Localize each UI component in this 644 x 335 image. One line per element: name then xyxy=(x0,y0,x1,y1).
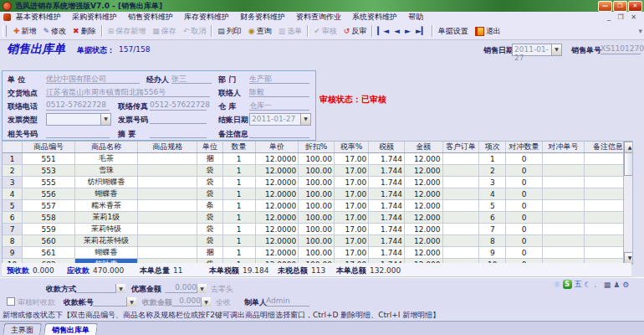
sale-no-field[interactable]: XS110127001 xyxy=(601,44,641,54)
mdi-window-buttons[interactable]: _ ❐ ✕ xyxy=(607,13,639,21)
total-label[interactable]: 预收款 xyxy=(7,266,29,275)
cell-name[interactable]: 蝴蝶香 xyxy=(74,188,137,200)
wubi-icon[interactable]: 五 xyxy=(575,279,582,290)
cell-customer_order[interactable] xyxy=(442,200,479,212)
cell-offset_qty[interactable]: 0 xyxy=(506,200,543,212)
row-number-cell[interactable]: 6 xyxy=(3,212,23,224)
menu-item[interactable]: 资料查询作业 xyxy=(296,12,341,23)
cell-price[interactable]: 12.0000 xyxy=(255,200,299,212)
cell-customer_order[interactable] xyxy=(442,235,479,247)
cell-offset_no[interactable] xyxy=(543,224,585,235)
cell-qty[interactable]: 1 xyxy=(222,200,255,212)
查询-button[interactable]: ◉查询 xyxy=(245,25,275,38)
ref-no-field[interactable] xyxy=(46,128,110,138)
cell-amount[interactable]: 12.000 xyxy=(404,188,442,200)
wrench-icon[interactable]: ⚙ xyxy=(622,281,629,289)
agent-field[interactable]: 张三 xyxy=(171,74,212,84)
nav-last-button[interactable]: ►▎ xyxy=(413,27,430,36)
cell-tax[interactable]: 1.744 xyxy=(369,153,405,165)
cell-customer_order[interactable] xyxy=(442,212,479,224)
maximize-button[interactable]: ❐ xyxy=(613,1,627,12)
cell-customer_order[interactable] xyxy=(442,165,479,177)
列印-button[interactable]: ▤列印 xyxy=(214,25,245,38)
person-icon[interactable]: ♟ xyxy=(613,281,620,289)
cell-code[interactable]: 559 xyxy=(23,224,75,235)
cell-qty[interactable]: 1 xyxy=(222,177,255,188)
menu-item[interactable]: 基本资料维护 xyxy=(16,12,61,23)
cell-amount[interactable]: 12.000 xyxy=(404,165,442,177)
cell-amount[interactable]: 12.000 xyxy=(404,200,442,212)
cell-amount[interactable]: 12.000 xyxy=(404,212,442,224)
unit-field[interactable]: 优比中国有限公司 xyxy=(46,74,140,84)
cell-customer_order[interactable] xyxy=(442,247,479,259)
cell-offset_qty[interactable]: 0 xyxy=(506,247,543,259)
row-number-cell[interactable]: 1 xyxy=(3,153,23,165)
cell-unit[interactable]: 捆 xyxy=(197,153,222,165)
cell-name[interactable]: 纺织蝴蝶香 xyxy=(74,177,137,188)
address-field[interactable]: 江苏省昆山市周市镇青阳北路556号 xyxy=(46,87,210,97)
cell-price[interactable]: 12.0000 xyxy=(255,224,299,235)
cell-code[interactable]: 558 xyxy=(23,212,75,224)
cell-seq[interactable]: 5 xyxy=(479,200,506,212)
cell-offset_qty[interactable]: 0 xyxy=(506,165,543,177)
cell-name[interactable]: 雪珠 xyxy=(74,165,137,177)
cell-qty[interactable]: 1 xyxy=(222,153,255,165)
cell-tax_rate[interactable]: 17.00 xyxy=(334,247,368,259)
cell-code[interactable]: 560 xyxy=(23,235,75,247)
cell-tax_rate[interactable]: 17.00 xyxy=(334,165,368,177)
cell-offset_no[interactable] xyxy=(543,235,585,247)
cell-price[interactable]: 12.0000 xyxy=(255,235,299,247)
punctuation-icon[interactable]: 、 xyxy=(594,279,601,290)
选单-button[interactable]: ▥选单 xyxy=(275,25,306,38)
cell-seq[interactable]: 7 xyxy=(479,224,506,235)
cell-spec[interactable] xyxy=(138,212,197,224)
scroll-down-icon[interactable]: ▼ xyxy=(624,252,633,264)
cell-tax_rate[interactable]: 17.00 xyxy=(334,212,368,224)
cell-offset_no[interactable] xyxy=(543,188,585,200)
discount-amount-field[interactable]: 0.000 xyxy=(165,283,197,293)
cell-tax[interactable]: 1.744 xyxy=(369,188,405,200)
cell-offset_no[interactable] xyxy=(543,165,585,177)
删除-button[interactable]: ✖删除 xyxy=(69,25,100,38)
cell-tax[interactable]: 1.744 xyxy=(369,224,405,235)
cell-unit[interactable]: 袋 xyxy=(197,235,222,247)
warehouse-field[interactable]: 仓库一 xyxy=(249,100,309,111)
cell-price[interactable]: 12.0000 xyxy=(255,177,299,188)
cell-code[interactable]: 553 xyxy=(23,165,75,177)
remark-field[interactable] xyxy=(249,128,309,138)
menu-item[interactable]: 系统资料维护 xyxy=(352,12,397,23)
cell-offset_no[interactable] xyxy=(543,200,585,212)
invoice-no-field[interactable] xyxy=(150,114,207,124)
menu-item[interactable]: 帮助 xyxy=(408,12,423,23)
保存新增-button[interactable]: ⊞保存新增 xyxy=(105,25,150,38)
cell-price[interactable]: 12.0000 xyxy=(255,188,299,200)
cell-discount[interactable]: 100.00 xyxy=(299,153,335,165)
close-button[interactable]: ✕ xyxy=(628,1,642,12)
退出-button[interactable]: 退出 xyxy=(472,25,504,38)
cell-discount[interactable]: 100.00 xyxy=(299,200,335,212)
cell-tax_rate[interactable]: 17.00 xyxy=(334,200,368,212)
cell-seq[interactable]: 4 xyxy=(479,188,506,200)
settle-date-combobox[interactable]: 2011-01-27 ▼ xyxy=(249,113,311,126)
cell-spec[interactable] xyxy=(138,247,197,259)
pay-account-field[interactable] xyxy=(93,296,126,307)
反审-button[interactable]: ↺反审 xyxy=(340,25,371,38)
chevron-down-icon[interactable]: ▼ xyxy=(300,114,310,125)
cell-tax[interactable]: 1.744 xyxy=(369,247,405,259)
cell-spec[interactable] xyxy=(138,224,197,235)
row-number-cell[interactable]: 2 xyxy=(3,165,23,177)
cell-tax[interactable]: 1.744 xyxy=(369,165,405,177)
cell-offset_qty[interactable]: 0 xyxy=(506,177,543,188)
cell-qty[interactable]: 1 xyxy=(222,188,255,200)
审核-button[interactable]: ✔审核 xyxy=(310,25,340,38)
cell-seq[interactable]: 6 xyxy=(479,212,506,224)
cell-qty[interactable]: 1 xyxy=(222,224,255,235)
cell-qty[interactable]: 1 xyxy=(222,212,255,224)
cell-offset_qty[interactable]: 0 xyxy=(506,188,543,200)
pay-method-field[interactable] xyxy=(75,283,115,293)
sale-date-combobox[interactable]: 2011-01-27 ▼ xyxy=(512,44,562,56)
cell-tax[interactable]: 1.744 xyxy=(369,212,405,224)
cell-qty[interactable]: 1 xyxy=(222,165,255,177)
保存-button[interactable]: ▦保存 xyxy=(149,25,180,38)
row-number-cell[interactable]: 4 xyxy=(3,188,23,200)
